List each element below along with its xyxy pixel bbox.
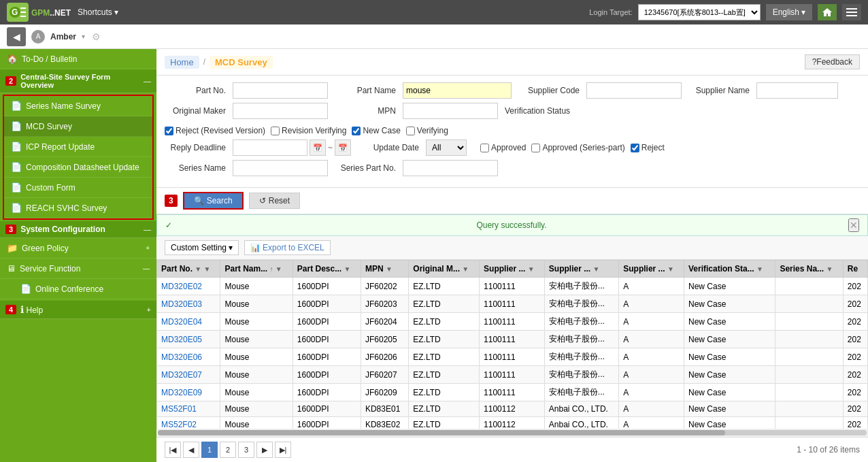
horizontal-scrollbar[interactable] <box>156 429 868 437</box>
th-part-name-filter[interactable]: ▼ <box>276 265 282 273</box>
cb-reject-revised-input[interactable] <box>165 127 173 135</box>
sidebar-item-icp-report[interactable]: 📄 ICP Report Update <box>4 137 152 157</box>
th-mpn-filter[interactable]: ▼ <box>386 265 393 273</box>
th-original-filter[interactable]: ▼ <box>462 265 469 273</box>
part-no-link[interactable]: MD320E03 <box>161 299 202 309</box>
th-part-no-filter[interactable]: ▼ <box>204 265 211 273</box>
sidebar-item-service-function[interactable]: 🖥 Service Function — <box>0 259 156 279</box>
cb-new-case[interactable]: New Case <box>352 126 400 135</box>
th-part-name[interactable]: Part Nam... ↑ ▼ <box>220 261 293 278</box>
green-policy-expand-icon[interactable]: + <box>146 244 150 252</box>
original-maker-input[interactable] <box>233 103 328 119</box>
page-3-button[interactable]: 3 <box>238 442 254 458</box>
part-no-link[interactable]: MD320E06 <box>161 352 202 362</box>
part-no-link[interactable]: MD320E05 <box>161 335 202 344</box>
mpn-input[interactable] <box>403 103 498 119</box>
sidebar-item-series-name-survey[interactable]: 📄 Series Name Survey <box>4 96 152 116</box>
page-last-button[interactable]: ▶| <box>275 442 291 458</box>
cb-verifying-input[interactable] <box>406 127 415 135</box>
cb-reject[interactable]: Reject <box>631 143 665 152</box>
cb-reject-revised[interactable]: Reject (Revised Version) <box>165 126 265 135</box>
breadcrumb-home[interactable]: Home <box>165 56 199 69</box>
shortcuts-button[interactable]: Shortcuts ▾ <box>78 7 118 17</box>
sidebar-item-custom-form[interactable]: 📄 Custom Form <box>4 178 152 198</box>
page-1-button[interactable]: 1 <box>201 442 218 458</box>
cb-approved-input[interactable] <box>480 144 489 152</box>
update-date-select[interactable]: All 1 Month 3 Months 6 Months <box>426 139 467 156</box>
part-no-input[interactable] <box>233 82 328 99</box>
toggle-sidebar-button[interactable]: ◀ <box>7 27 26 46</box>
th-supplier1-filter[interactable]: ▼ <box>528 265 535 273</box>
cb-verifying[interactable]: Verifying <box>406 126 448 135</box>
reply-deadline-start[interactable] <box>233 139 307 156</box>
cb-revision-verifying[interactable]: Revision Verifying <box>271 126 346 135</box>
supplier-code-input[interactable] <box>586 82 682 99</box>
login-target-select[interactable]: 12345670[系统客8013--Lab置] <box>638 4 761 20</box>
green-policy-label: Green Policy <box>22 244 141 253</box>
cb-reject-input[interactable] <box>631 144 639 152</box>
search-button[interactable]: 🔍 Search <box>183 192 244 210</box>
part-no-link[interactable]: MD320E02 <box>161 282 202 291</box>
home-icon-button[interactable] <box>818 4 837 20</box>
cb-revision-verifying-input[interactable] <box>271 127 280 135</box>
cb-approved-series-input[interactable] <box>531 144 540 152</box>
part-no-link[interactable]: MD320E07 <box>161 370 202 380</box>
th-supplier2[interactable]: Supplier ... ▼ <box>544 261 618 278</box>
part-no-link[interactable]: MD320E09 <box>161 388 202 397</box>
th-supplier2-filter[interactable]: ▼ <box>592 265 599 273</box>
system-config-header[interactable]: 3 System Configuration — <box>0 221 156 238</box>
th-part-no[interactable]: Part No. ▼ ▼ <box>157 261 220 278</box>
part-no-link[interactable]: MD320E04 <box>161 317 202 327</box>
reply-deadline-calendar-end[interactable]: 📅 <box>335 139 351 156</box>
sidebar-item-online-conference[interactable]: 📄 Online Conference <box>0 279 156 299</box>
th-mpn[interactable]: MPN ▼ <box>361 261 408 278</box>
sidebar-item-reach-svhc[interactable]: 📄 REACH SVHC Survey <box>4 198 152 218</box>
page-first-button[interactable]: |◀ <box>165 442 181 458</box>
page-next-button[interactable]: ▶ <box>256 442 273 458</box>
system-config-collapse-icon[interactable]: — <box>144 225 151 233</box>
sidebar-item-mcd-survey[interactable]: 📄 MCD Survey <box>4 116 152 137</box>
reset-button[interactable]: ↺ Reset <box>249 193 300 209</box>
part-no-link[interactable]: MS52F01 <box>161 404 197 414</box>
sidebar-item-composition[interactable]: 📄 Composition Datasheet Update <box>4 157 152 178</box>
user-dropdown-icon[interactable]: ▾ <box>82 33 85 40</box>
success-close-button[interactable]: ✕ <box>848 218 859 232</box>
th-original-maker[interactable]: Original M... ▼ <box>409 261 480 278</box>
th-re[interactable]: Re <box>843 261 867 278</box>
page-2-button[interactable]: 2 <box>220 442 236 458</box>
sidebar-item-green-policy[interactable]: 📁 Green Policy + <box>0 238 156 259</box>
cb-new-case-input[interactable] <box>352 127 361 135</box>
part-no-link[interactable]: MS52F02 <box>161 420 197 429</box>
th-part-name-sort[interactable]: ↑ <box>270 265 273 273</box>
series-name-input[interactable] <box>233 160 328 176</box>
topbar: G GPM..NET Shortcuts ▾ Login Target: 123… <box>0 0 868 24</box>
th-part-no-sort[interactable]: ▼ <box>195 265 201 273</box>
series-part-no-input[interactable] <box>403 160 498 176</box>
th-supplier3[interactable]: Supplier ... ▼ <box>619 261 684 278</box>
th-series-filter[interactable]: ▼ <box>826 265 833 273</box>
supplier-name-input[interactable] <box>756 82 838 99</box>
th-part-desc[interactable]: Part Desc... ▼ <box>293 261 361 278</box>
menu-icon-button[interactable] <box>842 4 861 20</box>
cb-approved[interactable]: Approved <box>480 143 526 152</box>
cb-approved-series[interactable]: Approved (Series-part) <box>531 143 624 152</box>
central-site-collapse-icon[interactable]: — <box>144 77 151 85</box>
th-supplier1[interactable]: Supplier ... ▼ <box>480 261 545 278</box>
language-button[interactable]: English ▾ <box>766 4 812 20</box>
help-collapse-icon[interactable]: + <box>147 306 151 314</box>
page-prev-button[interactable]: ◀ <box>183 442 199 458</box>
feedback-button[interactable]: ?Feedback <box>805 54 860 69</box>
custom-setting-button[interactable]: Custom Setting ▾ <box>165 240 239 255</box>
sidebar-item-todo[interactable]: 🏠 To-Do / Bulletin <box>0 49 156 69</box>
th-series-name[interactable]: Series Na... ▼ <box>775 261 843 278</box>
part-name-input[interactable] <box>403 82 512 99</box>
th-verification[interactable]: Verification Sta... ▼ <box>684 261 775 278</box>
th-supplier3-filter[interactable]: ▼ <box>667 265 674 273</box>
doc-icon-mcd: 📄 <box>11 121 22 131</box>
export-excel-button[interactable]: 📊 Export to EXCEL <box>244 240 331 255</box>
reply-deadline-calendar-start[interactable]: 📅 <box>310 139 326 156</box>
th-part-desc-filter[interactable]: ▼ <box>344 265 351 273</box>
help-header[interactable]: 4 ℹ Help + <box>0 301 156 319</box>
service-function-expand-icon[interactable]: — <box>143 265 150 272</box>
th-verification-filter[interactable]: ▼ <box>756 265 763 273</box>
